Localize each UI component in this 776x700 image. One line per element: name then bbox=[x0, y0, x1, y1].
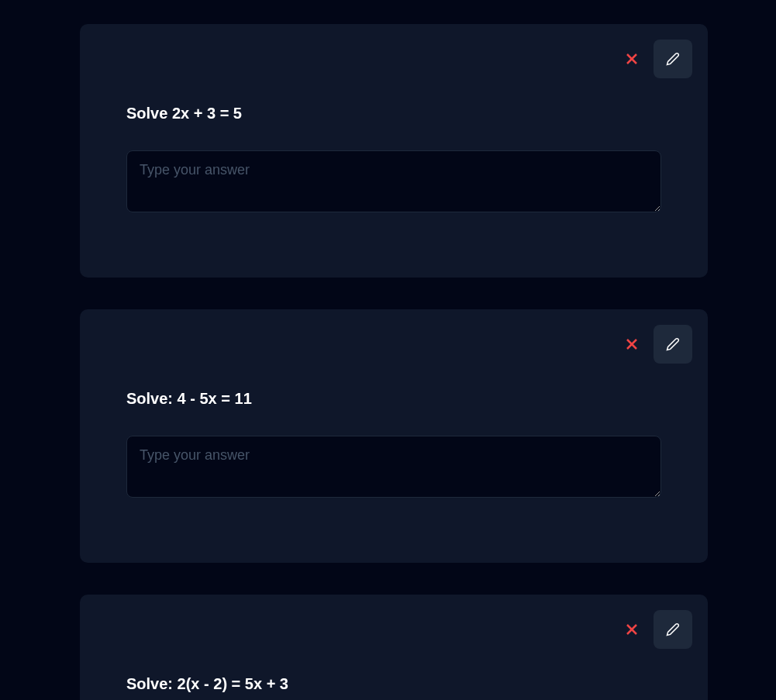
question-title: Solve: 2(x - 2) = 5x + 3 bbox=[126, 675, 661, 693]
close-icon bbox=[626, 624, 637, 635]
card-header bbox=[95, 40, 692, 78]
answer-input[interactable] bbox=[126, 436, 661, 498]
close-button[interactable] bbox=[626, 338, 638, 350]
edit-button[interactable] bbox=[654, 325, 692, 364]
close-icon bbox=[626, 339, 637, 350]
question-title: Solve: 4 - 5x = 11 bbox=[126, 390, 661, 408]
card-content: Solve 2x + 3 = 5 bbox=[95, 78, 692, 262]
close-icon bbox=[626, 53, 637, 64]
question-card: Solve: 2(x - 2) = 5x + 3 bbox=[80, 595, 708, 700]
card-content: Solve: 2(x - 2) = 5x + 3 bbox=[95, 649, 692, 700]
card-header bbox=[95, 325, 692, 364]
question-card: Solve: 4 - 5x = 11 bbox=[80, 309, 708, 563]
answer-input[interactable] bbox=[126, 150, 661, 212]
pencil-icon bbox=[666, 52, 680, 66]
edit-button[interactable] bbox=[654, 610, 692, 649]
pencil-icon bbox=[666, 622, 680, 636]
card-header bbox=[95, 610, 692, 649]
edit-button[interactable] bbox=[654, 40, 692, 78]
question-card: Solve 2x + 3 = 5 bbox=[80, 24, 708, 278]
question-title: Solve 2x + 3 = 5 bbox=[126, 105, 661, 122]
close-button[interactable] bbox=[626, 53, 638, 65]
close-button[interactable] bbox=[626, 623, 638, 636]
pencil-icon bbox=[666, 337, 680, 351]
card-content: Solve: 4 - 5x = 11 bbox=[95, 364, 692, 547]
